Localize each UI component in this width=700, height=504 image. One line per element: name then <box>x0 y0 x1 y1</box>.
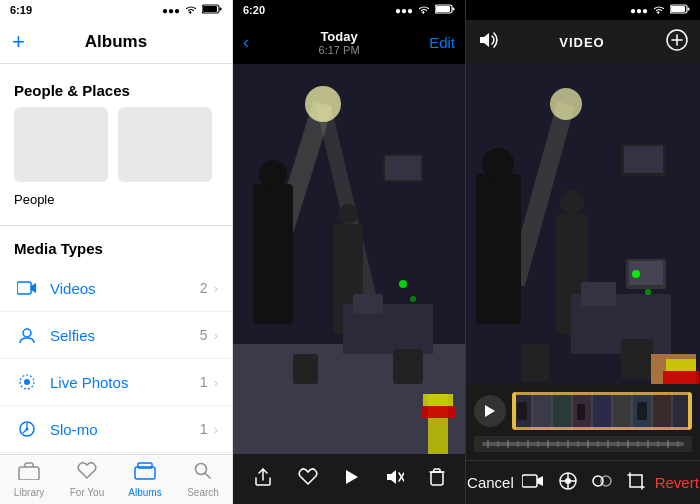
media-item-slo-mo[interactable]: Slo-mo 1 › <box>0 406 232 453</box>
svg-rect-93 <box>637 402 647 420</box>
svg-point-60 <box>560 190 584 214</box>
svg-rect-34 <box>353 294 383 314</box>
svg-rect-70 <box>666 359 696 371</box>
live-photos-count: 1 <box>200 374 208 390</box>
svg-rect-76 <box>552 392 572 430</box>
svg-rect-119 <box>522 475 537 487</box>
svg-rect-57 <box>476 174 521 324</box>
svg-rect-78 <box>592 392 612 430</box>
adjust-tool[interactable] <box>552 465 584 501</box>
tab-albums[interactable]: Albums <box>116 462 174 498</box>
trash-button[interactable] <box>429 468 445 491</box>
video-signal: ●●● <box>630 5 648 16</box>
svg-marker-120 <box>537 476 543 486</box>
people-places-section: People & Places People <box>0 76 232 221</box>
svg-rect-65 <box>521 344 549 382</box>
svg-point-6 <box>24 379 30 385</box>
video-camera-tool[interactable] <box>516 466 550 500</box>
media-types-title: Media Types <box>0 234 232 265</box>
slo-mo-label: Slo-mo <box>50 421 200 438</box>
photo-wifi-icon <box>417 4 431 16</box>
slomo-icon <box>14 416 40 442</box>
tab-library[interactable]: Library <box>0 462 58 498</box>
photo-time: 6:20 <box>243 4 265 16</box>
svg-rect-47 <box>671 6 685 12</box>
video-controls-area <box>466 384 700 460</box>
live-photos-label: Live Photos <box>50 374 200 391</box>
status-bar-albums: 6:19 ●●● <box>0 0 232 20</box>
svg-rect-66 <box>621 339 653 379</box>
edit-button[interactable]: Edit <box>429 34 455 51</box>
photo-status-icons: ●●● <box>395 4 455 16</box>
share-button[interactable] <box>253 467 273 492</box>
svg-point-67 <box>632 270 640 278</box>
svg-rect-71 <box>663 371 699 384</box>
video-timeline-strip[interactable] <box>512 392 692 430</box>
tab-search[interactable]: Search <box>174 462 232 498</box>
library-label: Library <box>14 487 45 498</box>
videos-label: Videos <box>50 280 200 297</box>
video-sound-icon[interactable] <box>478 31 498 54</box>
heart-button[interactable] <box>298 468 318 491</box>
signal-dots: ●●● <box>162 5 180 16</box>
media-item-live-photos[interactable]: Live Photos 1 › <box>0 359 232 406</box>
media-types-section: Media Types Videos 2 › <box>0 234 232 454</box>
selfies-label: Selfies <box>50 327 200 344</box>
video-main-area <box>466 64 700 384</box>
albums-content: People & Places People Media Types Video… <box>0 64 232 454</box>
video-status-icons: ●●● <box>630 4 690 16</box>
search-icon <box>194 462 212 485</box>
svg-marker-72 <box>485 405 495 417</box>
revert-button[interactable]: Revert <box>655 474 699 491</box>
crop-tool[interactable] <box>620 465 652 501</box>
svg-rect-40 <box>423 394 453 406</box>
media-item-screenshots[interactable]: Screenshots 45 › <box>0 453 232 454</box>
cancel-button[interactable]: Cancel <box>467 474 514 491</box>
photo-panel: 6:20 ●●● ‹ Today 6:17 P <box>233 0 466 504</box>
svg-rect-45 <box>431 472 443 485</box>
albums-title: Albums <box>85 32 147 52</box>
people-places-title: People & Places <box>0 76 232 107</box>
people-thumb-1[interactable] <box>14 107 108 182</box>
video-battery-icon <box>670 4 690 16</box>
filter-tool[interactable] <box>586 465 618 501</box>
mute-button[interactable] <box>384 468 404 491</box>
video-panel: ●●● <box>466 0 700 504</box>
play-button[interactable] <box>342 468 360 491</box>
selfies-count: 5 <box>200 327 208 343</box>
slo-mo-chevron: › <box>214 422 218 437</box>
library-icon <box>18 462 40 485</box>
video-wifi-icon <box>652 4 666 16</box>
svg-point-58 <box>482 148 514 180</box>
svg-rect-14 <box>19 467 39 480</box>
video-play-button[interactable] <box>474 395 506 427</box>
svg-rect-56 <box>624 146 663 173</box>
video-more-button[interactable] <box>666 29 688 56</box>
svg-rect-3 <box>17 282 31 294</box>
back-button[interactable]: ‹ <box>243 32 249 53</box>
video-scrubber-bar[interactable] <box>474 436 692 452</box>
tab-for-you[interactable]: For You <box>58 462 116 498</box>
people-thumb-2[interactable] <box>118 107 212 182</box>
svg-rect-21 <box>453 8 455 11</box>
status-icons: ●●● <box>162 4 222 16</box>
photo-bottom-bar <box>233 454 465 504</box>
svg-rect-15 <box>135 467 155 479</box>
add-album-button[interactable]: + <box>12 29 25 55</box>
photo-main-area <box>233 64 465 454</box>
media-item-videos[interactable]: Videos 2 › <box>0 265 232 312</box>
for-you-label: For You <box>70 487 104 498</box>
photo-nav-title: Today <box>319 29 360 44</box>
svg-point-32 <box>338 204 358 224</box>
svg-rect-29 <box>253 184 293 324</box>
svg-rect-62 <box>581 282 616 306</box>
media-item-selfies[interactable]: Selfies 5 › <box>0 312 232 359</box>
videos-chevron: › <box>214 281 218 296</box>
svg-point-122 <box>565 478 571 484</box>
svg-marker-42 <box>346 470 358 484</box>
livephoto-icon <box>14 369 40 395</box>
svg-rect-35 <box>293 354 318 384</box>
wifi-icon <box>184 4 198 16</box>
photo-nav-subtitle: 6:17 PM <box>319 44 360 56</box>
photo-nav-center: Today 6:17 PM <box>319 29 360 56</box>
